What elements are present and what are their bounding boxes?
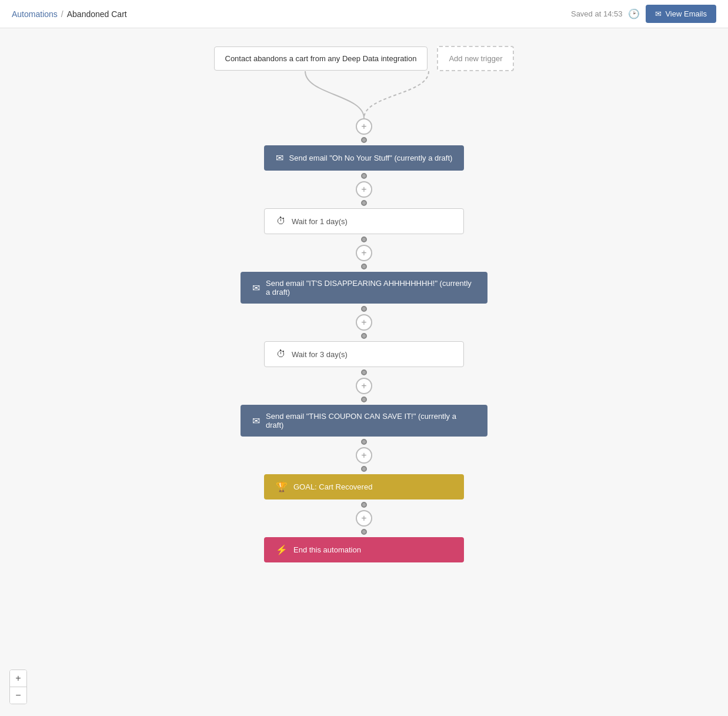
- add-step-button-3[interactable]: +: [356, 314, 372, 331]
- header-right: Saved at 14:53 🕑 ✉ View Emails: [571, 5, 716, 23]
- primary-trigger[interactable]: Contact abandons a cart from any Deep Da…: [214, 46, 428, 71]
- add-step-button-0[interactable]: +: [356, 118, 372, 135]
- flow-step-0: + ✉ Send email "Oh No Your Stuff" (curre…: [241, 118, 487, 562]
- step-wait-1[interactable]: ⏱ Wait for 1 day(s): [264, 208, 464, 234]
- trigger-connector-svg: [246, 71, 482, 118]
- flow-container: Contact abandons a cart from any Deep Da…: [0, 28, 728, 562]
- connector-dot-4: [361, 264, 367, 269]
- add-step-button-4[interactable]: +: [356, 378, 372, 394]
- email-step-icon-1: ✉: [276, 152, 283, 164]
- add-step-button-6[interactable]: +: [356, 510, 372, 527]
- wait-step-icon-1: ⏱: [276, 216, 286, 227]
- automation-canvas: Contact abandons a cart from any Deep Da…: [0, 28, 728, 716]
- zoom-out-button[interactable]: −: [10, 687, 26, 704]
- zoom-controls: + −: [9, 670, 27, 704]
- connector-dot-12: [361, 529, 367, 535]
- zoom-in-button[interactable]: +: [10, 670, 26, 687]
- connector-dot-11: [361, 502, 367, 508]
- step-goal-1[interactable]: 🏆 GOAL: Cart Recovered: [264, 474, 464, 499]
- view-emails-button[interactable]: ✉ View Emails: [646, 5, 716, 23]
- breadcrumb-automations-link[interactable]: Automations: [12, 9, 58, 19]
- email-step-icon-2: ✉: [252, 282, 260, 294]
- connector-dot-9: [361, 439, 367, 445]
- end-step-icon: ⚡: [276, 544, 288, 555]
- add-step-button-2[interactable]: +: [356, 245, 372, 261]
- step-email-1[interactable]: ✉ Send email "Oh No Your Stuff" (current…: [264, 145, 465, 171]
- step-email-3[interactable]: ✉ Send email "THIS COUPON CAN SAVE IT!" …: [241, 405, 487, 437]
- step-email-2[interactable]: ✉ Send email "IT'S DISAPPEARING AHHHHHHH…: [241, 272, 487, 304]
- breadcrumb: Automations / Abandoned Cart: [12, 9, 127, 19]
- connector-dot-2: [361, 200, 367, 206]
- connector-dot-0: [361, 137, 367, 143]
- trigger-row: Contact abandons a cart from any Deep Da…: [214, 46, 515, 71]
- add-step-button-5[interactable]: +: [356, 447, 372, 464]
- step-end[interactable]: ⚡ End this automation: [264, 537, 464, 562]
- connector-dot-5: [361, 306, 367, 312]
- connector-dot-1: [361, 173, 367, 179]
- email-icon: ✉: [655, 9, 662, 18]
- connector-dot-8: [361, 397, 367, 402]
- add-trigger-button[interactable]: Add new trigger: [437, 46, 514, 71]
- step-wait-2[interactable]: ⏱ Wait for 3 day(s): [264, 341, 464, 367]
- breadcrumb-separator: /: [61, 9, 64, 19]
- connector-dot-6: [361, 333, 367, 339]
- connector-dot-7: [361, 369, 367, 375]
- header: Automations / Abandoned Cart Saved at 14…: [0, 0, 728, 28]
- connector-dot-10: [361, 466, 367, 472]
- goal-step-icon: 🏆: [276, 481, 288, 492]
- connector-dot-3: [361, 237, 367, 242]
- saved-status: Saved at 14:53: [571, 9, 622, 18]
- email-step-icon-3: ✉: [252, 415, 260, 427]
- breadcrumb-current-page: Abandoned Cart: [67, 9, 127, 19]
- add-step-button-1[interactable]: +: [356, 181, 372, 198]
- wait-step-icon-2: ⏱: [276, 349, 286, 359]
- history-icon[interactable]: 🕑: [628, 8, 640, 19]
